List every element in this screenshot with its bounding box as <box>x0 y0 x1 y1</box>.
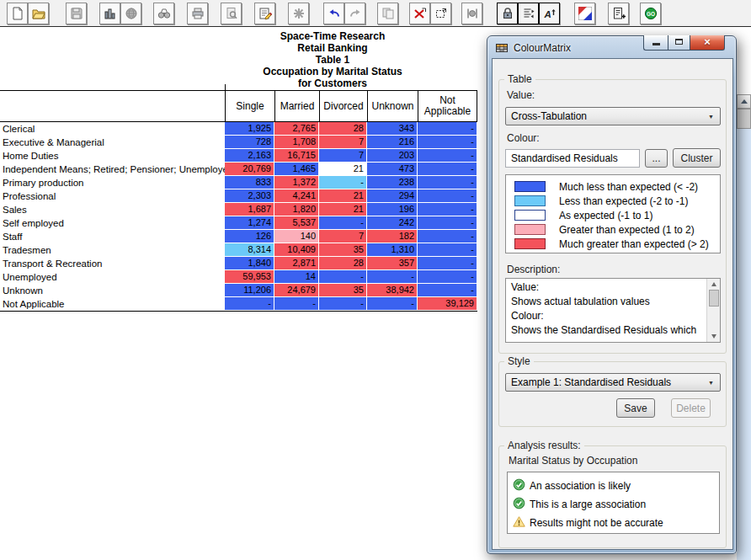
data-cell[interactable]: 21 <box>319 203 367 216</box>
data-cell[interactable]: 126 <box>225 230 274 243</box>
data-cell[interactable]: - <box>225 297 274 311</box>
row-label[interactable]: Clerical <box>0 122 225 136</box>
data-cell[interactable]: 473 <box>367 163 418 176</box>
row-label[interactable]: Self employed <box>0 216 225 230</box>
print-button[interactable] <box>187 3 208 24</box>
row-label[interactable]: Transport & Recreation <box>0 257 225 270</box>
data-cell[interactable]: 1,465 <box>274 163 319 176</box>
data-cell[interactable]: 1,925 <box>225 122 274 136</box>
data-cell[interactable]: - <box>274 297 319 311</box>
cluster-button[interactable]: Cluster <box>673 148 721 168</box>
data-cell[interactable]: 2,163 <box>225 149 274 163</box>
data-cell[interactable]: - <box>418 243 477 257</box>
data-cell[interactable]: 203 <box>367 149 418 163</box>
colourmatrix-button[interactable] <box>574 3 595 24</box>
delete-button[interactable]: Delete <box>671 398 711 418</box>
data-cell[interactable]: 35 <box>319 284 367 297</box>
data-cell[interactable]: - <box>418 230 477 243</box>
data-cell[interactable]: 2,765 <box>274 122 319 136</box>
data-cell[interactable]: - <box>418 284 477 297</box>
font-size-button[interactable]: A <box>539 3 560 24</box>
data-cell[interactable]: 39,129 <box>418 297 477 311</box>
data-cell[interactable]: 196 <box>367 203 418 216</box>
data-cell[interactable]: 294 <box>367 189 418 203</box>
column-header[interactable]: Not Applicable <box>418 91 477 121</box>
data-cell[interactable]: 1,274 <box>225 216 274 230</box>
row-label[interactable]: Professional <box>0 189 225 203</box>
data-cell[interactable]: 1,840 <box>225 257 274 270</box>
scrollbar-thumb[interactable] <box>737 109 751 129</box>
column-header[interactable]: Married <box>274 91 319 121</box>
data-cell[interactable]: - <box>418 176 477 189</box>
lock-button[interactable] <box>497 3 518 24</box>
data-cell[interactable]: 7 <box>319 136 367 149</box>
data-cell[interactable]: 242 <box>367 216 418 230</box>
find-button[interactable] <box>153 3 174 24</box>
data-cell[interactable]: 343 <box>367 122 418 136</box>
data-cell[interactable]: - <box>418 149 477 163</box>
data-cell[interactable]: 7 <box>319 230 367 243</box>
data-cell[interactable]: 1,310 <box>367 243 418 257</box>
data-cell[interactable]: 10,409 <box>274 243 319 257</box>
scrollbar-track[interactable] <box>737 129 751 560</box>
colour-input[interactable]: Standardised Residuals <box>505 149 640 168</box>
row-label[interactable]: Primary production <box>0 176 225 189</box>
data-cell[interactable]: - <box>418 216 477 230</box>
row-label[interactable]: Home Duties <box>0 149 225 163</box>
data-cell[interactable]: 728 <box>225 136 274 149</box>
data-cell[interactable]: 16,715 <box>274 149 319 163</box>
data-cell[interactable]: 2,871 <box>274 257 319 270</box>
data-cell[interactable]: 357 <box>367 257 418 270</box>
column-header[interactable]: Unknown <box>367 91 418 121</box>
value-dropdown[interactable]: Cross-Tabulation ▼ <box>505 107 721 125</box>
data-cell[interactable]: 14 <box>274 270 319 284</box>
scroll-up-button[interactable] <box>707 279 720 290</box>
browse-button[interactable]: ... <box>645 149 668 168</box>
row-label[interactable]: Sales <box>0 203 225 216</box>
data-cell[interactable]: 1,708 <box>274 136 319 149</box>
data-cell[interactable]: 1,820 <box>274 203 319 216</box>
add-document-button[interactable] <box>608 3 629 24</box>
main-vertical-scrollbar[interactable] <box>737 94 751 560</box>
data-cell[interactable]: - <box>418 163 477 176</box>
field-order-button[interactable] <box>518 3 539 24</box>
data-cell[interactable]: 182 <box>367 230 418 243</box>
data-cell[interactable]: 38,942 <box>367 284 418 297</box>
data-cell[interactable]: 20,769 <box>225 163 274 176</box>
scrollbar-thumb[interactable] <box>709 290 719 307</box>
data-cell[interactable]: 21 <box>319 163 367 176</box>
transform-table-button[interactable] <box>430 3 451 24</box>
close-button[interactable]: × <box>690 35 725 51</box>
data-cell[interactable]: 24,679 <box>274 284 319 297</box>
data-cell[interactable]: 216 <box>367 136 418 149</box>
edit-button[interactable] <box>254 3 275 24</box>
data-cell[interactable]: 21 <box>319 189 367 203</box>
style-dropdown[interactable]: Example 1: Standardised Residuals ▼ <box>505 373 721 392</box>
delete-selection-button[interactable] <box>409 3 430 24</box>
dialog-titlebar[interactable]: ColourMatrix <box>495 40 571 56</box>
data-cell[interactable]: 4,241 <box>274 189 319 203</box>
data-cell[interactable]: - <box>418 203 477 216</box>
data-cell[interactable]: - <box>319 270 367 284</box>
open-table-button[interactable] <box>28 3 49 24</box>
data-cell[interactable]: 2,303 <box>225 189 274 203</box>
data-cell[interactable]: 35 <box>319 243 367 257</box>
data-cell[interactable]: 11,206 <box>225 284 274 297</box>
row-label[interactable]: Not Applicable <box>0 297 225 311</box>
scroll-up-button[interactable] <box>737 94 751 109</box>
data-cell[interactable]: 7 <box>319 149 367 163</box>
data-cell[interactable]: 833 <box>225 176 274 189</box>
data-cell[interactable]: - <box>319 176 367 189</box>
data-cell[interactable]: - <box>418 270 477 284</box>
data-cell[interactable]: 5,537 <box>274 216 319 230</box>
data-cell[interactable]: 28 <box>319 257 367 270</box>
row-label[interactable]: Staff <box>0 230 225 243</box>
data-cell[interactable]: - <box>418 136 477 149</box>
data-cell[interactable]: - <box>319 216 367 230</box>
data-cell[interactable]: - <box>418 257 477 270</box>
scroll-down-button[interactable] <box>707 331 720 342</box>
data-cell[interactable]: 238 <box>367 176 418 189</box>
row-label[interactable]: Tradesmen <box>0 243 225 257</box>
undo-button[interactable] <box>323 3 344 24</box>
row-label[interactable]: Unemployed <box>0 270 225 284</box>
